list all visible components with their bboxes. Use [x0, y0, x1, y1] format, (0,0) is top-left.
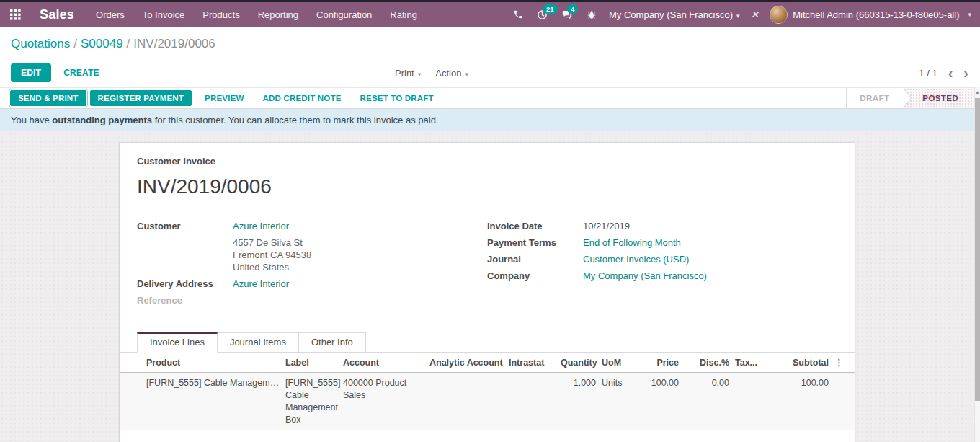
delivery-address-label: Delivery Address [137, 278, 233, 290]
phone-icon[interactable] [512, 9, 525, 19]
activities-badge: 21 [543, 4, 558, 14]
status-draft[interactable]: DRAFT [847, 88, 904, 108]
invoice-line-row[interactable]: [FURN_5555] Cable Management Box [FURN_5… [120, 373, 855, 431]
col-account[interactable]: Account [340, 353, 427, 373]
cell-quantity: 1.000 [558, 373, 599, 431]
col-analytic-account[interactable]: Analytic Account [427, 353, 506, 373]
payment-terms-label: Payment Terms [487, 237, 583, 249]
action-label: Action [435, 68, 461, 79]
scrollbar-thumb[interactable] [975, 98, 980, 401]
delivery-address-link[interactable]: Azure Interior [233, 278, 289, 290]
menu-configuration[interactable]: Configuration [316, 9, 372, 20]
breadcrumb-separator: / [70, 37, 81, 50]
menu-orders[interactable]: Orders [96, 9, 125, 20]
journal-link[interactable]: Customer Invoices (USD) [583, 253, 689, 265]
app-name[interactable]: Sales [40, 7, 74, 22]
edit-button[interactable]: EDIT [11, 63, 51, 82]
col-product[interactable]: Product [143, 353, 282, 373]
print-label: Print [395, 68, 414, 79]
create-button[interactable]: CREATE [63, 68, 99, 78]
pager-next-icon[interactable]: › [963, 68, 968, 78]
messages-icon[interactable]: 4 [560, 9, 574, 20]
tab-invoice-lines[interactable]: Invoice Lines [137, 332, 218, 353]
col-disc[interactable]: Disc.% [682, 353, 732, 373]
address-line: Fremont CA 94538 [233, 249, 487, 261]
document-type-label: Customer Invoice [137, 156, 837, 167]
customer-label: Customer [137, 220, 233, 232]
add-credit-note-button[interactable]: ADD CREDIT NOTE [262, 94, 341, 102]
action-menus: Print▾ Action▾ [395, 68, 468, 79]
col-quantity[interactable]: Quantity [558, 353, 599, 373]
form-statusbar: SEND & PRINT REGISTER PAYMENT PREVIEW AD… [0, 87, 974, 109]
status-posted[interactable]: POSTED [904, 88, 974, 108]
cell-price: 100.00 [644, 373, 682, 431]
top-navbar: Sales Orders To Invoice Products Reporti… [0, 2, 980, 27]
invoice-number: INV/2019/0006 [137, 175, 837, 198]
company-link[interactable]: My Company (San Francisco) [583, 270, 707, 282]
pager-previous-icon[interactable]: ‹ [948, 68, 953, 78]
col-taxes[interactable]: Tax... [732, 353, 768, 373]
caret-down-icon: ▾ [418, 71, 422, 78]
customer-address: 4557 De Silva St Fremont CA 94538 United… [137, 237, 487, 273]
pager-value: 1 / 1 [919, 68, 937, 79]
scroll-up-icon[interactable]: ▲ [975, 87, 980, 97]
caret-down-icon: ▾ [465, 71, 468, 78]
invoice-date-label: Invoice Date [487, 220, 583, 232]
col-subtotal[interactable]: Subtotal [768, 353, 832, 373]
col-uom[interactable]: UoM [599, 353, 644, 373]
invoice-sheet: Customer Invoice INV/2019/0006 Customer … [119, 142, 855, 442]
journal-label: Journal [487, 253, 583, 265]
menu-products[interactable]: Products [202, 9, 239, 20]
breadcrumb-separator: / [123, 37, 134, 50]
cell-uom: Units [599, 373, 644, 431]
drag-handle-cell [120, 373, 143, 431]
navbar-left: Sales Orders To Invoice Products Reporti… [10, 7, 417, 22]
support-tools-icon[interactable]: ✕ [751, 9, 760, 20]
avatar [770, 6, 788, 24]
col-label[interactable]: Label [282, 353, 340, 373]
activities-clock-icon[interactable]: 21 [535, 9, 549, 20]
tab-other-info[interactable]: Other Info [299, 332, 366, 353]
cell-options [832, 373, 855, 431]
vertical-scrollbar[interactable]: ▲ [974, 87, 980, 442]
chevron-down-icon: ▾ [968, 11, 971, 18]
user-menu[interactable]: Mitchell Admin (660315-13-0-f80e05-all) … [770, 6, 971, 24]
col-price[interactable]: Price [644, 353, 682, 373]
empty-row [120, 430, 855, 442]
navbar-right: 21 4 My Company (San Francisco)▾ ✕ Mitch… [512, 6, 971, 24]
apps-grid-icon[interactable] [10, 9, 21, 20]
print-menu[interactable]: Print▾ [395, 68, 421, 79]
send-and-print-button[interactable]: SEND & PRINT [10, 90, 86, 106]
invoice-lines-table: Product Label Account Analytic Account I… [120, 353, 855, 442]
alert-text: You have outstanding payments for this c… [11, 115, 438, 125]
menu-to-invoice[interactable]: To Invoice [143, 9, 185, 20]
cell-taxes [732, 373, 768, 431]
register-payment-button[interactable]: REGISTER PAYMENT [90, 90, 192, 106]
bug-icon[interactable] [585, 9, 598, 20]
company-name: My Company (San Francisco) [609, 9, 733, 20]
address-line: 4557 De Silva St [233, 237, 487, 249]
chevron-down-icon: ▾ [736, 12, 740, 19]
customer-link[interactable]: Azure Interior [233, 220, 289, 232]
cell-account: 400000 Product Sales [340, 373, 427, 431]
preview-button[interactable]: PREVIEW [205, 94, 244, 102]
field-groups: Customer Azure Interior 4557 De Silva St… [137, 220, 837, 311]
company-switcher[interactable]: My Company (San Francisco)▾ [609, 9, 739, 20]
control-panel: Quotations/S00049/INV/2019/0006 EDIT CRE… [0, 27, 980, 87]
col-intrastat[interactable]: Intrastat [506, 353, 558, 373]
menu-reporting[interactable]: Reporting [258, 9, 298, 20]
action-menu[interactable]: Action▾ [435, 68, 468, 79]
tab-journal-items[interactable]: Journal Items [218, 332, 299, 353]
table-header-row: Product Label Account Analytic Account I… [120, 353, 855, 373]
form-view-background: Customer Invoice INV/2019/0006 Customer … [0, 131, 980, 442]
menu-rating[interactable]: Rating [390, 9, 417, 20]
user-name: Mitchell Admin (660315-13-0-f80e05-all) [793, 9, 959, 20]
odoo-window: Sales Orders To Invoice Products Reporti… [0, 0, 980, 442]
breadcrumb-s00049[interactable]: S00049 [81, 37, 123, 50]
optional-columns-icon[interactable]: ⋮ [832, 353, 855, 373]
breadcrumb: Quotations/S00049/INV/2019/0006 [0, 27, 980, 58]
breadcrumb-quotations[interactable]: Quotations [11, 37, 70, 50]
notebook-tabs: Invoice Lines Journal Items Other Info [120, 332, 855, 353]
reset-to-draft-button[interactable]: RESET TO DRAFT [360, 94, 434, 102]
payment-terms-link[interactable]: End of Following Month [583, 237, 681, 249]
